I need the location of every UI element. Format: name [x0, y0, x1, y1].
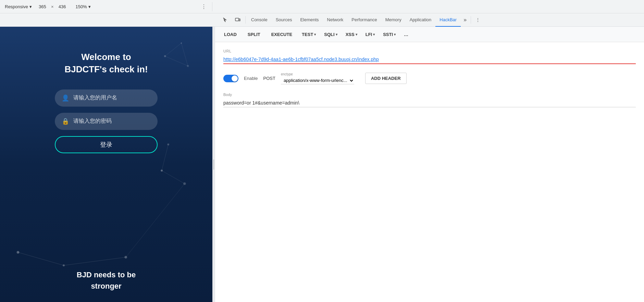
url-label: URL	[223, 49, 636, 53]
tab-elements[interactable]: Elements	[296, 13, 323, 27]
svg-point-13	[164, 55, 166, 57]
password-placeholder: 请输入您的密码	[73, 118, 112, 125]
xss-arrow-icon: ▾	[356, 33, 357, 36]
enctype-label: enctype	[281, 72, 354, 76]
method-label: POST	[263, 76, 275, 81]
svg-line-9	[64, 257, 126, 265]
svg-rect-0	[235, 18, 239, 21]
load-button[interactable]: LOAD	[219, 30, 242, 39]
tab-sources[interactable]: Sources	[272, 13, 296, 27]
height-input[interactable]	[56, 4, 69, 9]
svg-line-16	[165, 56, 188, 66]
sqli-arrow-icon: ▾	[336, 33, 337, 36]
svg-line-8	[18, 252, 64, 265]
svg-point-6	[183, 182, 186, 185]
method-row: Enable POST enctype application/x-www-fo…	[223, 72, 636, 84]
add-header-button[interactable]: ADD HEADER	[365, 73, 407, 84]
bottom-text: BJD needs to be stronger	[77, 269, 136, 292]
devtools-settings-button[interactable]: ⋮	[472, 14, 483, 25]
user-icon: 👤	[62, 94, 69, 102]
lock-icon: 🔒	[62, 118, 69, 125]
svg-point-7	[167, 143, 169, 145]
inspect-element-button[interactable]	[220, 14, 231, 25]
svg-point-5	[161, 170, 163, 172]
responsive-arrow-icon: ▾	[29, 4, 32, 9]
username-field[interactable]: 👤 请输入您的用户名	[55, 89, 158, 107]
url-input[interactable]	[223, 55, 636, 64]
tab-network[interactable]: Network	[323, 13, 348, 27]
webpage-content: Welcome to BJDCTF's check in! 👤 请输入您的用户名…	[0, 27, 212, 302]
enctype-wrapper: enctype application/x-www-form-urlenc...	[281, 72, 354, 84]
execute-button[interactable]: EXECUTE	[267, 30, 297, 39]
hackbar-content: URL Enable POST enctype application/x-ww…	[215, 42, 644, 302]
username-placeholder: 请输入您的用户名	[73, 94, 117, 101]
tab-separator-2	[471, 16, 471, 24]
zoom-arrow-icon: ▾	[88, 4, 91, 9]
hackbar-toolbar: LOAD SPLIT EXECUTE TEST ▾ SQLI ▾ XSS ▾ L…	[215, 27, 644, 42]
lfi-dropdown[interactable]: LFI ▾	[362, 30, 379, 39]
svg-rect-1	[239, 19, 240, 21]
body-label: Body	[223, 93, 636, 97]
svg-point-15	[181, 43, 182, 44]
toggle-track	[223, 75, 238, 82]
svg-point-2	[17, 251, 20, 254]
devtools-more-button[interactable]: »	[461, 13, 469, 27]
device-toggle-button[interactable]	[232, 14, 243, 25]
enctype-select[interactable]: application/x-www-form-urlenc...	[281, 77, 354, 84]
login-button[interactable]: 登录	[55, 136, 158, 153]
svg-line-12	[126, 184, 185, 257]
body-input[interactable]	[223, 99, 636, 107]
tab-application[interactable]: Application	[406, 13, 436, 27]
tab-separator	[245, 16, 246, 24]
tab-console[interactable]: Console	[247, 13, 272, 27]
tab-memory[interactable]: Memory	[381, 13, 406, 27]
svg-line-17	[165, 43, 182, 56]
svg-line-18	[181, 43, 188, 66]
svg-point-3	[63, 264, 65, 266]
password-field[interactable]: 🔒 请输入您的密码	[55, 113, 158, 130]
resize-handle-bar	[213, 159, 214, 170]
toggle-thumb	[232, 75, 238, 82]
zoom-dropdown[interactable]: 150% ▾	[74, 3, 93, 11]
test-arrow-icon: ▾	[314, 33, 316, 36]
xss-dropdown[interactable]: XSS ▾	[342, 30, 361, 39]
enable-toggle[interactable]	[223, 75, 238, 82]
responsive-label: Responsive	[5, 4, 28, 9]
svg-line-10	[162, 171, 185, 184]
ssti-dropdown[interactable]: SSTI ▾	[380, 30, 399, 39]
more-dropdown[interactable]: …	[400, 30, 412, 39]
resize-handle[interactable]	[212, 27, 215, 302]
top-toolbar: Responsive ▾ × 150% ▾ ⋮	[0, 0, 644, 13]
ssti-arrow-icon: ▾	[394, 33, 396, 36]
svg-point-4	[124, 256, 127, 259]
enable-label: Enable	[244, 76, 258, 81]
hackbar-panel: LOAD SPLIT EXECUTE TEST ▾ SQLI ▾ XSS ▾ L…	[215, 27, 644, 302]
zoom-label: 150%	[76, 4, 87, 9]
test-dropdown[interactable]: TEST ▾	[298, 30, 319, 39]
devtools-tabs: Console Sources Elements Network Perform…	[0, 13, 644, 27]
svg-line-11	[162, 144, 168, 170]
webpage-preview: Welcome to BJDCTF's check in! 👤 请输入您的用户名…	[0, 27, 212, 302]
svg-point-14	[187, 65, 189, 67]
split-button[interactable]: SPLIT	[243, 30, 265, 39]
main-content: Welcome to BJDCTF's check in! 👤 请输入您的用户名…	[0, 27, 644, 302]
welcome-text: Welcome to BJDCTF's check in!	[64, 51, 148, 76]
tab-hackbar[interactable]: HackBar	[435, 13, 461, 27]
tab-performance[interactable]: Performance	[347, 13, 381, 27]
lfi-arrow-icon: ▾	[373, 33, 375, 36]
responsive-dropdown[interactable]: Responsive ▾	[3, 3, 34, 11]
dimension-separator: ×	[51, 4, 54, 9]
width-input[interactable]	[36, 4, 49, 9]
sqli-dropdown[interactable]: SQLI ▾	[321, 30, 340, 39]
toolbar-left: Responsive ▾ × 150% ▾ ⋮	[0, 2, 212, 11]
toolbar-more-button[interactable]: ⋮	[198, 2, 209, 11]
